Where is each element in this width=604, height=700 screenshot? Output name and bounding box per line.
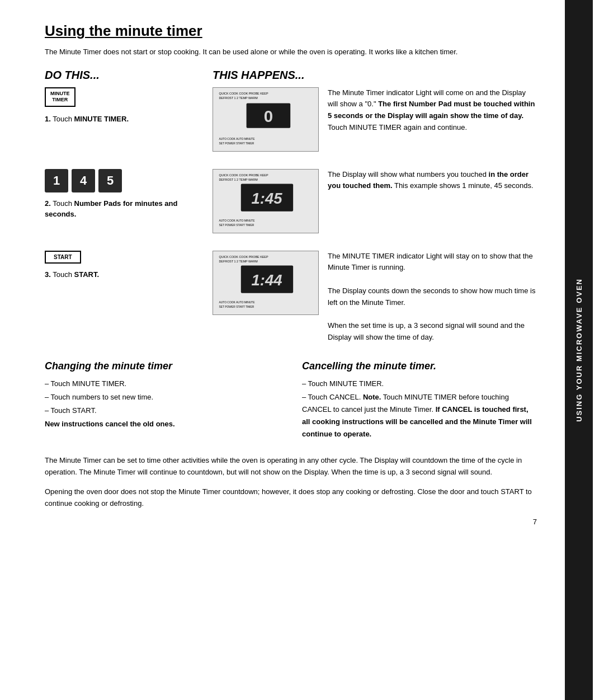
step-3-label: 3. Touch START. (45, 269, 201, 280)
intro-text: The Minute Timer does not start or stop … (45, 46, 537, 58)
step-1-do: MINUTE TIMER 1. Touch MINUTE TIMER. (45, 87, 213, 125)
number-pads: 1 4 5 (45, 169, 201, 192)
svg-text:DEFROST  1      2    TEMP  WAR: DEFROST 1 2 TEMP WARM (219, 259, 258, 262)
step-1-happens: QUICK COOK COOK PROBE KEEP DEFROST 1 2 T… (213, 87, 537, 153)
footer-text-2: Opening the oven door does not stop the … (45, 486, 537, 510)
svg-text:1:45: 1:45 (251, 189, 282, 206)
svg-text:SET   POWER  START  TIMER: SET POWER START TIMER (219, 306, 254, 308)
start-button[interactable]: START (45, 251, 81, 264)
cancelling-list: – Touch MINUTE TIMER. – Touch CANCEL. No… (302, 378, 537, 440)
svg-text:AUTO  COOK  AUTO  MINUTE: AUTO COOK AUTO MINUTE (219, 138, 255, 140)
changing-title: Changing the minute timer (45, 360, 280, 372)
svg-text:AUTO  COOK  AUTO  MINUTE: AUTO COOK AUTO MINUTE (219, 219, 255, 222)
sidebar: USING YOUR MICROWAVE OVEN (565, 0, 593, 700)
step-3-happens: QUICK COOK COOK PROBE KEEP DEFROST 1 2 T… (213, 251, 537, 344)
step-3-number: 3. (45, 270, 51, 279)
cancelling-title: Cancelling the minute timer. (302, 360, 537, 372)
do-header: DO THIS... (45, 69, 213, 82)
step-2-do: 1 4 5 2. Touch Number Pads for minutes a… (45, 169, 213, 220)
svg-text:QUICK  COOK  COOK  PROBE  KEEP: QUICK COOK COOK PROBE KEEP (219, 255, 268, 258)
svg-text:0: 0 (264, 106, 273, 125)
step-3-text: The MINUTE TIMER indicator Light will st… (328, 251, 537, 344)
svg-text:AUTO  COOK  AUTO  MINUTE: AUTO COOK AUTO MINUTE (219, 301, 255, 304)
step-3-do: START 3. Touch START. (45, 251, 213, 280)
step-1-label: 1. Touch MINUTE TIMER. (45, 114, 201, 125)
cancelling-warning: If CANCEL is touched first, all cooking … (302, 405, 532, 438)
step-2-bold: in the order you touched them. (328, 170, 528, 190)
svg-text:SET   POWER  START  TIMER: SET POWER START TIMER (219, 224, 254, 227)
bottom-sections: Changing the minute timer – Touch MINUTE… (45, 360, 537, 441)
num-pad-5[interactable]: 5 (98, 169, 122, 192)
step-2-text: The Display will show what numbers you t… (328, 169, 537, 192)
minute-timer-btn-top: MINUTE (50, 91, 70, 97)
cancelling-item-1: – Touch MINUTE TIMER. (302, 378, 537, 390)
step-2-number: 2. (45, 199, 51, 208)
footer-text-1: The Minute Timer can be set to time othe… (45, 455, 537, 478)
step-3-keyword: START. (74, 270, 100, 279)
changing-item-3: – Touch START. (45, 405, 280, 417)
cancelling-note-label: Note. (363, 393, 381, 401)
step-2-row: 1 4 5 2. Touch Number Pads for minutes a… (45, 169, 537, 235)
section-changing: Changing the minute timer – Touch MINUTE… (45, 360, 280, 441)
svg-text:QUICK  COOK  COOK  PROBE  KEEP: QUICK COOK COOK PROBE KEEP (219, 91, 268, 95)
svg-text:DEFROST  1      2    TEMP  WAR: DEFROST 1 2 TEMP WARM (219, 96, 258, 99)
changing-list: – Touch MINUTE TIMER. – Touch numbers to… (45, 378, 280, 430)
main-content: Using the minute timer The Minute Timer … (0, 0, 565, 700)
minute-timer-button[interactable]: MINUTE TIMER (45, 87, 76, 107)
step-2-keyword: Number Pads for minutes and seconds. (45, 199, 177, 219)
step-3-display: QUICK COOK COOK PROBE KEEP DEFROST 1 2 T… (213, 251, 319, 317)
step-2-label: 2. Touch Number Pads for minutes and sec… (45, 198, 201, 220)
cancelling-item-2: – Touch CANCEL. Note. Touch MINUTE TIMER… (302, 391, 537, 440)
page-title: Using the minute timer (45, 22, 537, 40)
svg-text:QUICK  COOK  COOK  PROBE  KEEP: QUICK COOK COOK PROBE KEEP (219, 173, 268, 176)
columns-header: DO THIS... THIS HAPPENS... (45, 69, 537, 82)
step-1-number: 1. (45, 115, 51, 123)
num-pad-4[interactable]: 4 (72, 169, 95, 192)
page-number: 7 (45, 518, 537, 526)
svg-text:SET   POWER  START  TIMER: SET POWER START TIMER (219, 142, 254, 145)
step-2-display: QUICK COOK COOK PROBE KEEP DEFROST 1 2 T… (213, 169, 319, 235)
minute-timer-btn-bottom: TIMER (50, 97, 70, 104)
changing-item-1: – Touch MINUTE TIMER. (45, 378, 280, 390)
changing-bold-text: New instructions cancel the old ones. (45, 420, 175, 428)
step-1-text: The Minute Timer indicator Light will co… (328, 87, 537, 134)
svg-text:1:44: 1:44 (251, 271, 282, 288)
happens-header: THIS HAPPENS... (213, 69, 537, 82)
section-cancelling: Cancelling the minute timer. – Touch MIN… (302, 360, 537, 441)
changing-item-2: – Touch numbers to set new time. (45, 391, 280, 403)
step-1-row: MINUTE TIMER 1. Touch MINUTE TIMER. QUIC… (45, 87, 537, 153)
step-2-happens: QUICK COOK COOK PROBE KEEP DEFROST 1 2 T… (213, 169, 537, 235)
page-wrapper: Using the minute timer The Minute Timer … (0, 0, 604, 700)
step-3-row: START 3. Touch START. QUICK COOK COOK PR… (45, 251, 537, 344)
svg-text:DEFROST  1      2    TEMP  WAR: DEFROST 1 2 TEMP WARM (219, 177, 258, 181)
step-1-display: QUICK COOK COOK PROBE KEEP DEFROST 1 2 T… (213, 87, 319, 153)
step-1-bold: The first Number Pad must be touched wit… (328, 100, 535, 120)
changing-bold: New instructions cancel the old ones. (45, 418, 280, 430)
num-pad-1[interactable]: 1 (45, 169, 68, 192)
step-1-keyword: MINUTE TIMER. (74, 115, 129, 123)
sidebar-text: USING YOUR MICROWAVE OVEN (575, 278, 583, 422)
